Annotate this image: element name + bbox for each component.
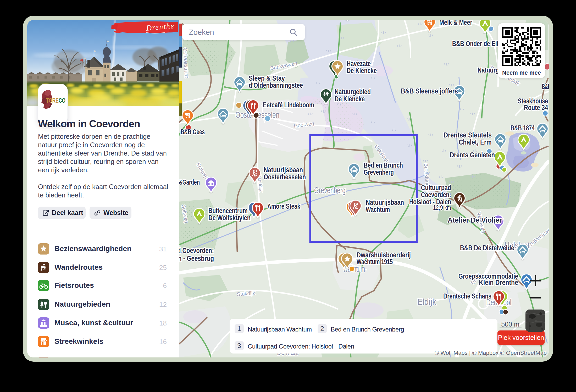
- svg-text:Drentse Sleutels: Drentse Sleutels: [444, 131, 492, 139]
- svg-text:Melk & Meer: Melk & Meer: [439, 20, 472, 26]
- svg-text:Buitencentrum: Buitencentrum: [208, 207, 248, 215]
- svg-text:Natuurijsbaan: Natuurijsbaan: [264, 166, 303, 174]
- svg-text:Wachtum 1915: Wachtum 1915: [357, 258, 393, 266]
- svg-text:De Wolfskuylen: De Wolfskuylen: [208, 214, 251, 222]
- svg-text:Chalet, Erm: Chalet, Erm: [459, 138, 492, 146]
- svg-text:Eetcafé Lindeboom: Eetcafé Lindeboom: [263, 101, 314, 109]
- svg-text:B&B Gees: B&B Gees: [181, 128, 205, 136]
- svg-text:Dalen - Geesbrug: Dalen - Geesbrug: [179, 255, 214, 262]
- svg-text:Eldijk: Eldijk: [417, 297, 436, 307]
- svg-text:Grevenberg: Grevenberg: [364, 168, 394, 176]
- svg-text:Amore Steak: Amore Steak: [267, 202, 301, 210]
- svg-text:B&B Sleense joffers: B&B Sleense joffers: [401, 87, 458, 95]
- svg-text:Bed en Brunch: Bed en Brunch: [364, 161, 403, 169]
- svg-text:De Klencke: De Klencke: [347, 67, 377, 75]
- svg-text:Cultuurpad: Cultuurpad: [421, 184, 451, 192]
- svg-text:TORECO: TORECO: [46, 97, 65, 104]
- svg-text:Route 34: Route 34: [524, 104, 548, 112]
- svg-text:&Garden: &Garden: [179, 178, 200, 186]
- svg-text:Natuurgebied: Natuurgebied: [335, 88, 371, 96]
- svg-text:Atelier De Violier: Atelier De Violier: [448, 216, 502, 224]
- svg-text:Natuurijsbaan: Natuurijsbaan: [366, 198, 404, 206]
- svg-text:12,9 km: 12,9 km: [433, 204, 451, 211]
- svg-text:Drents Genieten: Drents Genieten: [450, 151, 495, 159]
- svg-text:Klein Drenthe: Klein Drenthe: [479, 279, 518, 286]
- svg-text:B&B De Distelweide: B&B De Distelweide: [460, 244, 514, 252]
- svg-text:Oosterhesselen: Oosterhesselen: [264, 173, 306, 181]
- svg-text:Coevorden:: Coevorden:: [421, 191, 451, 199]
- svg-text:d'Oldenbanningstee: d'Oldenbanningstee: [249, 81, 303, 89]
- svg-text:B&B 1874: B&B 1874: [511, 124, 535, 132]
- svg-text:Drentsche Schans: Drentsche Schans: [443, 292, 491, 300]
- svg-text:Grevenberg: Grevenberg: [314, 185, 346, 195]
- svg-text:Sleep & Stay: Sleep & Stay: [249, 74, 285, 82]
- svg-text:B&B: B&B: [542, 83, 549, 91]
- svg-text:Cultuurpad Coevorden:: Cultuurpad Coevorden:: [179, 247, 214, 255]
- svg-text:Havezate: Havezate: [347, 60, 371, 68]
- svg-text:Wachtum: Wachtum: [366, 206, 390, 213]
- svg-text:De Klencke: De Klencke: [335, 95, 365, 103]
